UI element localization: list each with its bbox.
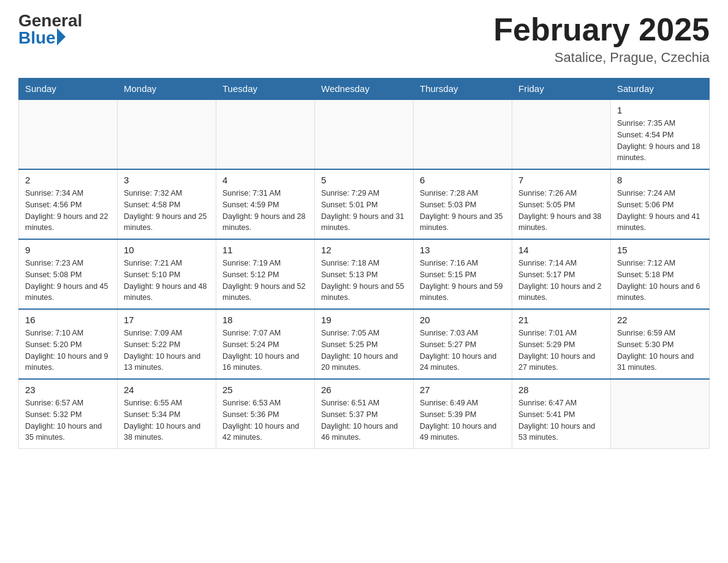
- table-row: 15Sunrise: 7:12 AMSunset: 5:18 PMDayligh…: [611, 239, 710, 309]
- page-header: General Blue February 2025 Satalice, Pra…: [18, 12, 710, 66]
- logo-general-text: General: [18, 12, 82, 29]
- table-row: 12Sunrise: 7:18 AMSunset: 5:13 PMDayligh…: [315, 239, 414, 309]
- calendar-week-row: 23Sunrise: 6:57 AMSunset: 5:32 PMDayligh…: [19, 379, 710, 449]
- header-sunday: Sunday: [19, 79, 118, 100]
- table-row: 17Sunrise: 7:09 AMSunset: 5:22 PMDayligh…: [118, 309, 216, 379]
- day-number: 8: [617, 175, 703, 185]
- day-info: Sunrise: 7:32 AMSunset: 4:58 PMDaylight:…: [124, 188, 210, 234]
- day-info: Sunrise: 7:34 AMSunset: 4:56 PMDaylight:…: [25, 188, 111, 234]
- table-row: 14Sunrise: 7:14 AMSunset: 5:17 PMDayligh…: [512, 239, 611, 309]
- day-number: 11: [222, 245, 308, 255]
- header-thursday: Thursday: [414, 79, 512, 100]
- table-row: 2Sunrise: 7:34 AMSunset: 4:56 PMDaylight…: [19, 169, 118, 239]
- day-info: Sunrise: 7:24 AMSunset: 5:06 PMDaylight:…: [617, 188, 703, 234]
- day-info: Sunrise: 7:10 AMSunset: 5:20 PMDaylight:…: [25, 327, 111, 373]
- table-row: [19, 99, 118, 169]
- table-row: 18Sunrise: 7:07 AMSunset: 5:24 PMDayligh…: [216, 309, 315, 379]
- day-info: Sunrise: 7:09 AMSunset: 5:22 PMDaylight:…: [124, 327, 210, 373]
- day-info: Sunrise: 6:47 AMSunset: 5:41 PMDaylight:…: [518, 397, 604, 443]
- day-info: Sunrise: 7:14 AMSunset: 5:17 PMDaylight:…: [518, 258, 604, 304]
- table-row: 21Sunrise: 7:01 AMSunset: 5:29 PMDayligh…: [512, 309, 611, 379]
- day-info: Sunrise: 7:19 AMSunset: 5:12 PMDaylight:…: [222, 258, 308, 304]
- header-tuesday: Tuesday: [216, 79, 315, 100]
- day-number: 28: [518, 385, 604, 395]
- day-number: 23: [25, 385, 111, 395]
- day-number: 10: [124, 245, 210, 255]
- calendar-week-row: 1Sunrise: 7:35 AMSunset: 4:54 PMDaylight…: [19, 99, 710, 169]
- table-row: 25Sunrise: 6:53 AMSunset: 5:36 PMDayligh…: [216, 379, 315, 449]
- table-row: 9Sunrise: 7:23 AMSunset: 5:08 PMDaylight…: [19, 239, 118, 309]
- table-row: 22Sunrise: 6:59 AMSunset: 5:30 PMDayligh…: [611, 309, 710, 379]
- day-number: 13: [420, 245, 506, 255]
- day-info: Sunrise: 6:55 AMSunset: 5:34 PMDaylight:…: [124, 397, 210, 443]
- day-info: Sunrise: 7:21 AMSunset: 5:10 PMDaylight:…: [124, 258, 210, 304]
- day-info: Sunrise: 7:29 AMSunset: 5:01 PMDaylight:…: [321, 188, 407, 234]
- table-row: 23Sunrise: 6:57 AMSunset: 5:32 PMDayligh…: [19, 379, 118, 449]
- day-info: Sunrise: 7:18 AMSunset: 5:13 PMDaylight:…: [321, 258, 407, 304]
- day-info: Sunrise: 7:03 AMSunset: 5:27 PMDaylight:…: [420, 327, 506, 373]
- day-info: Sunrise: 7:35 AMSunset: 4:54 PMDaylight:…: [617, 118, 703, 164]
- logo-triangle-icon: [57, 28, 66, 45]
- day-number: 24: [124, 385, 210, 395]
- location-text: Satalice, Prague, Czechia: [493, 50, 710, 66]
- month-title: February 2025: [493, 12, 710, 47]
- table-row: 1Sunrise: 7:35 AMSunset: 4:54 PMDaylight…: [611, 99, 710, 169]
- table-row: 24Sunrise: 6:55 AMSunset: 5:34 PMDayligh…: [118, 379, 216, 449]
- day-number: 2: [25, 175, 111, 185]
- weekday-header-row: Sunday Monday Tuesday Wednesday Thursday…: [19, 79, 710, 100]
- table-row: 7Sunrise: 7:26 AMSunset: 5:05 PMDaylight…: [512, 169, 611, 239]
- table-row: [611, 379, 710, 449]
- day-number: 1: [617, 105, 703, 115]
- day-number: 9: [25, 245, 111, 255]
- table-row: 26Sunrise: 6:51 AMSunset: 5:37 PMDayligh…: [315, 379, 414, 449]
- day-info: Sunrise: 7:28 AMSunset: 5:03 PMDaylight:…: [420, 188, 506, 234]
- calendar-week-row: 16Sunrise: 7:10 AMSunset: 5:20 PMDayligh…: [19, 309, 710, 379]
- day-info: Sunrise: 6:57 AMSunset: 5:32 PMDaylight:…: [25, 397, 111, 443]
- day-number: 26: [321, 385, 407, 395]
- table-row: 27Sunrise: 6:49 AMSunset: 5:39 PMDayligh…: [414, 379, 512, 449]
- day-number: 20: [420, 315, 506, 325]
- day-info: Sunrise: 7:31 AMSunset: 4:59 PMDaylight:…: [222, 188, 308, 234]
- day-info: Sunrise: 7:12 AMSunset: 5:18 PMDaylight:…: [617, 258, 703, 304]
- day-number: 25: [222, 385, 308, 395]
- calendar-week-row: 9Sunrise: 7:23 AMSunset: 5:08 PMDaylight…: [19, 239, 710, 309]
- day-info: Sunrise: 7:07 AMSunset: 5:24 PMDaylight:…: [222, 327, 308, 373]
- calendar-table: Sunday Monday Tuesday Wednesday Thursday…: [18, 78, 710, 449]
- table-row: 6Sunrise: 7:28 AMSunset: 5:03 PMDaylight…: [414, 169, 512, 239]
- day-number: 27: [420, 385, 506, 395]
- day-number: 4: [222, 175, 308, 185]
- day-number: 7: [518, 175, 604, 185]
- table-row: [118, 99, 216, 169]
- table-row: 28Sunrise: 6:47 AMSunset: 5:41 PMDayligh…: [512, 379, 611, 449]
- table-row: 20Sunrise: 7:03 AMSunset: 5:27 PMDayligh…: [414, 309, 512, 379]
- table-row: 5Sunrise: 7:29 AMSunset: 5:01 PMDaylight…: [315, 169, 414, 239]
- day-number: 3: [124, 175, 210, 185]
- table-row: 3Sunrise: 7:32 AMSunset: 4:58 PMDaylight…: [118, 169, 216, 239]
- header-monday: Monday: [118, 79, 216, 100]
- calendar-week-row: 2Sunrise: 7:34 AMSunset: 4:56 PMDaylight…: [19, 169, 710, 239]
- title-area: February 2025 Satalice, Prague, Czechia: [493, 12, 710, 66]
- day-info: Sunrise: 7:16 AMSunset: 5:15 PMDaylight:…: [420, 258, 506, 304]
- table-row: 8Sunrise: 7:24 AMSunset: 5:06 PMDaylight…: [611, 169, 710, 239]
- day-number: 6: [420, 175, 506, 185]
- table-row: 13Sunrise: 7:16 AMSunset: 5:15 PMDayligh…: [414, 239, 512, 309]
- day-number: 22: [617, 315, 703, 325]
- table-row: 4Sunrise: 7:31 AMSunset: 4:59 PMDaylight…: [216, 169, 315, 239]
- day-number: 15: [617, 245, 703, 255]
- table-row: 10Sunrise: 7:21 AMSunset: 5:10 PMDayligh…: [118, 239, 216, 309]
- table-row: [512, 99, 611, 169]
- day-number: 12: [321, 245, 407, 255]
- day-number: 16: [25, 315, 111, 325]
- table-row: [216, 99, 315, 169]
- day-info: Sunrise: 6:51 AMSunset: 5:37 PMDaylight:…: [321, 397, 407, 443]
- table-row: [315, 99, 414, 169]
- day-number: 21: [518, 315, 604, 325]
- logo-blue-text: Blue: [18, 29, 56, 47]
- day-info: Sunrise: 6:53 AMSunset: 5:36 PMDaylight:…: [222, 397, 308, 443]
- day-number: 18: [222, 315, 308, 325]
- day-number: 14: [518, 245, 604, 255]
- day-number: 5: [321, 175, 407, 185]
- day-info: Sunrise: 7:05 AMSunset: 5:25 PMDaylight:…: [321, 327, 407, 373]
- day-info: Sunrise: 6:59 AMSunset: 5:30 PMDaylight:…: [617, 327, 703, 373]
- header-friday: Friday: [512, 79, 611, 100]
